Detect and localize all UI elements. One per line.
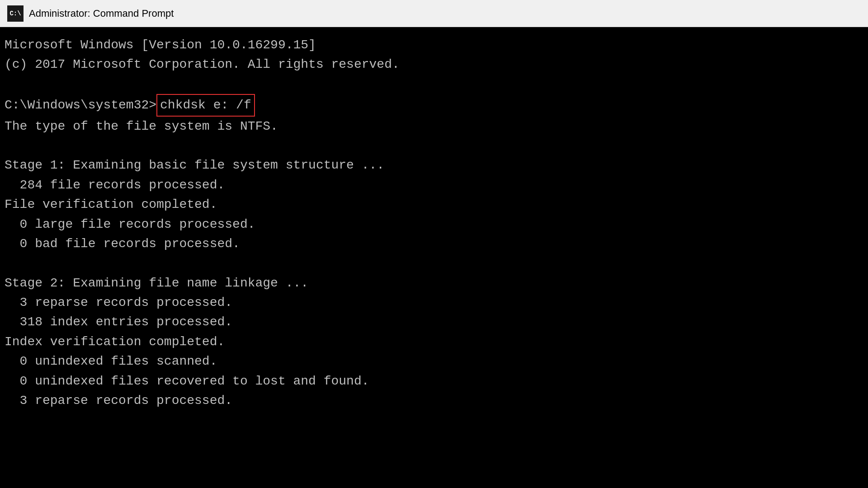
index-verification-line: Index verification completed. <box>5 332 863 352</box>
version-line: Microsoft Windows [Version 10.0.16299.15… <box>5 35 863 55</box>
blank-line-1 <box>5 75 863 94</box>
reparse-records-1-line: 3 reparse records processed. <box>5 293 863 312</box>
title-bar: C:\ Administrator: Command Prompt <box>0 0 868 27</box>
unindexed-scanned-line: 0 unindexed files scanned. <box>5 352 863 371</box>
title-bar-title: Administrator: Command Prompt <box>29 8 174 19</box>
blank-line-2 <box>5 136 863 155</box>
stage1-file-records-line: 284 file records processed. <box>5 175 863 195</box>
fs-type-line: The type of the file system is NTFS. <box>5 117 863 136</box>
stage2-header-line: Stage 2: Examining file name linkage ... <box>5 273 863 293</box>
prompt-line: C:\Windows\system32>chkdsk e: /f <box>5 94 863 116</box>
copyright-line: (c) 2017 Microsoft Corporation. All righ… <box>5 55 863 74</box>
large-file-records-line: 0 large file records processed. <box>5 215 863 234</box>
terminal-window[interactable]: Microsoft Windows [Version 10.0.16299.15… <box>0 27 868 488</box>
index-entries-line: 318 index entries processed. <box>5 312 863 332</box>
prompt-text: C:\Windows\system32> <box>5 95 156 115</box>
unindexed-recovered-line: 0 unindexed files recovered to lost and … <box>5 371 863 391</box>
title-bar-icon: C:\ <box>7 5 24 22</box>
command-highlight-box: chkdsk e: /f <box>156 94 255 116</box>
stage1-header-line: Stage 1: Examining basic file system str… <box>5 155 863 175</box>
blank-line-3 <box>5 253 863 273</box>
reparse-records-2-line: 3 reparse records processed. <box>5 391 863 410</box>
file-verification-line: File verification completed. <box>5 195 863 214</box>
bad-file-records-line: 0 bad file records processed. <box>5 234 863 253</box>
